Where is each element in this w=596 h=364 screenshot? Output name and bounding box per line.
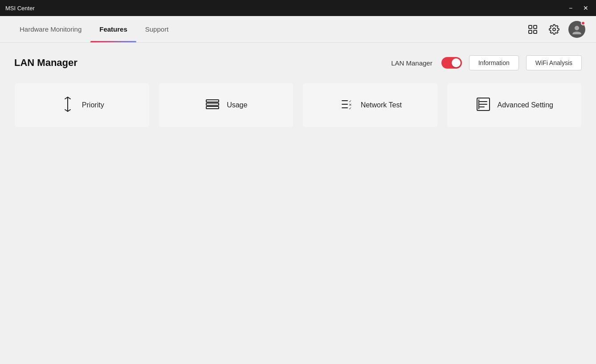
- network-test-card[interactable]: ✓ ✕ ✓ Network Test: [302, 83, 438, 127]
- advanced-setting-label: Advanced Setting: [498, 101, 553, 109]
- lan-manager-label: LAN Manager: [391, 59, 433, 67]
- page-title: LAN Manager: [14, 57, 391, 69]
- grid-icon: [527, 24, 538, 35]
- network-test-label: Network Test: [361, 101, 402, 109]
- svg-rect-0: [529, 25, 532, 29]
- advanced-setting-icon: [475, 96, 491, 114]
- feature-cards-grid: Priority Usage: [14, 83, 582, 127]
- nav-tabs: Hardware Monitoring Features Support: [11, 16, 177, 42]
- topnav: Hardware Monitoring Features Support: [0, 16, 596, 43]
- gear-icon: [549, 24, 559, 35]
- titlebar: MSI Center − ✕: [0, 0, 596, 16]
- svg-point-6: [575, 26, 579, 30]
- priority-card[interactable]: Priority: [14, 83, 150, 127]
- titlebar-controls: − ✕: [566, 3, 591, 13]
- svg-rect-3: [534, 30, 537, 33]
- lan-header: LAN Manager LAN Manager Information WiFi…: [14, 55, 582, 70]
- wifi-analysis-button[interactable]: WiFi Analysis: [526, 55, 582, 70]
- grid-view-button[interactable]: [526, 22, 540, 37]
- tab-support[interactable]: Support: [136, 16, 178, 42]
- close-button[interactable]: ✕: [581, 3, 591, 13]
- svg-rect-1: [534, 25, 537, 29]
- network-test-icon: ✓ ✕ ✓: [339, 96, 355, 114]
- svg-point-4: [553, 28, 555, 31]
- lan-manager-toggle[interactable]: [441, 57, 462, 69]
- usage-label: Usage: [227, 101, 247, 109]
- svg-text:✓: ✓: [349, 106, 352, 110]
- svg-rect-11: [206, 106, 219, 109]
- minimize-button[interactable]: −: [566, 3, 576, 13]
- user-avatar-button[interactable]: [568, 21, 585, 38]
- avatar-notification-dot: [581, 21, 585, 25]
- tab-hardware-monitoring[interactable]: Hardware Monitoring: [11, 16, 90, 42]
- lan-controls: LAN Manager Information WiFi Analysis: [391, 55, 582, 70]
- information-button[interactable]: Information: [469, 55, 519, 70]
- app-title: MSI Center: [5, 5, 35, 12]
- advanced-setting-card[interactable]: Advanced Setting: [447, 83, 582, 127]
- svg-rect-10: [206, 103, 219, 106]
- usage-card[interactable]: Usage: [159, 83, 294, 127]
- settings-button[interactable]: [547, 22, 561, 37]
- svg-rect-2: [529, 30, 532, 33]
- page-content: LAN Manager LAN Manager Information WiFi…: [0, 43, 596, 364]
- priority-icon: [60, 96, 76, 114]
- tab-features[interactable]: Features: [90, 16, 136, 42]
- priority-label: Priority: [82, 101, 104, 109]
- app-body: Hardware Monitoring Features Support: [0, 16, 596, 364]
- svg-rect-9: [206, 100, 219, 102]
- usage-icon: [204, 96, 220, 114]
- topnav-actions: [526, 21, 585, 38]
